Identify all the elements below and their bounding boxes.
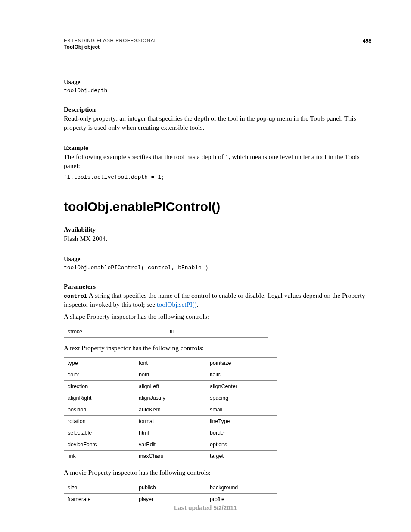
table-row: alignRightalignJustifyspacing [64, 392, 277, 404]
table-row: deviceFontsvarEditoptions [64, 439, 277, 451]
method-title: toolObj.enablePIControl() [64, 199, 371, 214]
shape-table: strokefill [64, 326, 268, 338]
table-cell: link [64, 451, 135, 462]
table-cell: format [135, 416, 206, 427]
table-cell: type [64, 358, 135, 369]
table-cell: border [206, 427, 277, 439]
table-row: typefontpointsize [64, 358, 277, 369]
table-cell: rotation [64, 416, 135, 427]
description-text: Read-only property; an integer that spec… [64, 114, 371, 132]
parameters-label: Parameters [64, 283, 371, 290]
table-cell: direction [64, 381, 135, 392]
table-cell: position [64, 404, 135, 416]
movie-table: sizepublishbackgroundframerateplayerprof… [64, 482, 277, 505]
param-control-desc-1: A string that specifies the name of the … [64, 292, 365, 308]
text-intro: A text Property inspector has the follow… [64, 344, 371, 353]
table-cell: pointsize [206, 358, 277, 369]
param-control-text: control A string that specifies the name… [64, 291, 371, 309]
table-row: rotationformatlineType [64, 416, 277, 427]
description-label: Description [64, 106, 371, 113]
method-usage-code: toolObj.enablePIControl( control, bEnabl… [64, 264, 371, 271]
table-cell: varEdit [135, 439, 206, 451]
text-table: typefontpointsizecolorbolditalicdirectio… [64, 357, 277, 462]
table-cell: size [64, 482, 135, 494]
setpi-link[interactable]: toolObj.setPI() [157, 301, 197, 308]
header-subtitle: ToolObj object [64, 44, 371, 50]
table-cell: player [135, 494, 206, 505]
usage-label: Usage [64, 78, 371, 86]
example-text: The following example specifies that the… [64, 152, 371, 171]
availability-label: Availability [64, 226, 371, 233]
footer-text: Last updated 5/2/2011 [0, 504, 411, 511]
header-title: EXTENDING FLASH PROFESSIONAL [64, 38, 371, 43]
param-control-name: control [64, 293, 87, 299]
example-label: Example [64, 144, 371, 152]
table-cell: fill [166, 326, 268, 338]
table-cell: publish [135, 482, 206, 494]
table-cell: alignRight [64, 392, 135, 404]
method-usage-label: Usage [64, 255, 371, 263]
table-row: positionautoKernsmall [64, 404, 277, 416]
table-cell: bold [135, 369, 206, 381]
table-cell: deviceFonts [64, 439, 135, 451]
table-cell: italic [206, 369, 277, 381]
header-rule [376, 37, 376, 53]
table-cell: spacing [206, 392, 277, 404]
table-row: directionalignLeftalignCenter [64, 381, 277, 392]
table-cell: alignLeft [135, 381, 206, 392]
table-cell: small [206, 404, 277, 416]
table-cell: html [135, 427, 206, 439]
table-row: colorbolditalic [64, 369, 277, 381]
param-control-desc-2: . [197, 301, 199, 308]
table-cell: color [64, 369, 135, 381]
table-cell: alignJustify [135, 392, 206, 404]
table-cell: alignCenter [206, 381, 277, 392]
table-cell: font [135, 358, 206, 369]
movie-intro: A movie Property inspector has the follo… [64, 468, 371, 477]
table-cell: maxChars [135, 451, 206, 462]
table-cell: framerate [64, 494, 135, 505]
table-row: framerateplayerprofile [64, 494, 277, 505]
table-row: strokefill [64, 326, 268, 338]
table-row: linkmaxCharstarget [64, 451, 277, 462]
table-cell: stroke [64, 326, 166, 338]
table-row: selectablehtmlborder [64, 427, 277, 439]
table-cell: background [206, 482, 277, 494]
availability-text: Flash MX 2004. [64, 234, 371, 243]
table-cell: autoKern [135, 404, 206, 416]
table-cell: selectable [64, 427, 135, 439]
table-cell: profile [206, 494, 277, 505]
table-cell: lineType [206, 416, 277, 427]
table-cell: options [206, 439, 277, 451]
page-container: 498 EXTENDING FLASH PROFESSIONAL ToolObj… [0, 0, 411, 532]
header: EXTENDING FLASH PROFESSIONAL ToolObj obj… [64, 38, 371, 50]
table-row: sizepublishbackground [64, 482, 277, 494]
example-code: fl.tools.activeTool.depth = 1; [64, 174, 371, 180]
shape-intro: A shape Property inspector has the follo… [64, 312, 371, 321]
usage-code: toolObj.depth [64, 87, 371, 94]
table-cell: target [206, 451, 277, 462]
